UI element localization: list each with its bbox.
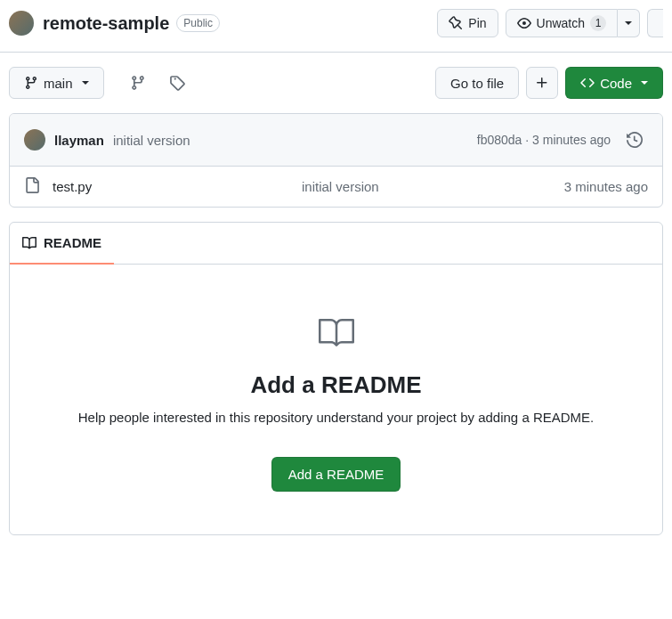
- unwatch-button[interactable]: Unwatch 1: [506, 9, 618, 37]
- caret-down-icon: [641, 81, 648, 85]
- commit-sep: ·: [522, 133, 532, 147]
- readme-description: Help people interested in this repositor…: [31, 410, 641, 425]
- file-row[interactable]: test.py initial version 3 minutes ago: [10, 167, 662, 207]
- readme-tab-label: README: [44, 235, 101, 250]
- pin-icon: [449, 16, 463, 30]
- branch-icon: [24, 76, 38, 90]
- branch-icon: [130, 75, 146, 91]
- commit-time: 3 minutes ago: [532, 133, 611, 147]
- book-icon: [31, 314, 641, 354]
- latest-commit-row[interactable]: llayman initial version fb080da · 3 minu…: [10, 114, 662, 167]
- history-icon: [627, 132, 643, 148]
- readme-title: Add a README: [31, 371, 641, 399]
- file-time: 3 minutes ago: [564, 179, 648, 194]
- code-icon: [580, 76, 595, 90]
- avatar[interactable]: [9, 11, 34, 36]
- caret-down-icon: [82, 81, 89, 85]
- book-icon: [22, 236, 36, 250]
- commit-author[interactable]: llayman: [54, 133, 104, 148]
- file-commit-message[interactable]: initial version: [302, 179, 564, 194]
- add-file-button[interactable]: [526, 67, 558, 99]
- avatar[interactable]: [24, 129, 45, 151]
- code-label: Code: [600, 76, 632, 91]
- commit-message[interactable]: initial version: [113, 133, 190, 148]
- add-readme-button[interactable]: Add a README: [271, 457, 401, 492]
- unwatch-dropdown-button[interactable]: [618, 9, 640, 37]
- tags-button[interactable]: [161, 67, 193, 99]
- plus-icon: [535, 76, 549, 90]
- pin-button[interactable]: Pin: [437, 9, 498, 37]
- partial-button[interactable]: [647, 9, 663, 37]
- file-icon: [24, 177, 40, 196]
- eye-icon: [517, 16, 531, 30]
- code-button[interactable]: Code: [565, 67, 663, 99]
- go-to-file-button[interactable]: Go to file: [435, 67, 519, 99]
- branch-name: main: [44, 76, 73, 91]
- file-name[interactable]: test.py: [53, 179, 302, 194]
- repo-name[interactable]: remote-sample: [43, 13, 169, 34]
- tag-icon: [169, 75, 185, 91]
- pin-label: Pin: [468, 16, 486, 30]
- branches-button[interactable]: [122, 67, 154, 99]
- go-to-file-label: Go to file: [450, 76, 504, 91]
- unwatch-label: Unwatch: [537, 16, 585, 30]
- watch-count: 1: [590, 15, 606, 31]
- tab-readme[interactable]: README: [10, 223, 114, 265]
- history-button[interactable]: [621, 126, 648, 153]
- caret-down-icon: [625, 21, 632, 25]
- branch-select-button[interactable]: main: [9, 67, 104, 99]
- commit-sha[interactable]: fb080da: [477, 133, 522, 147]
- visibility-badge: Public: [176, 14, 220, 32]
